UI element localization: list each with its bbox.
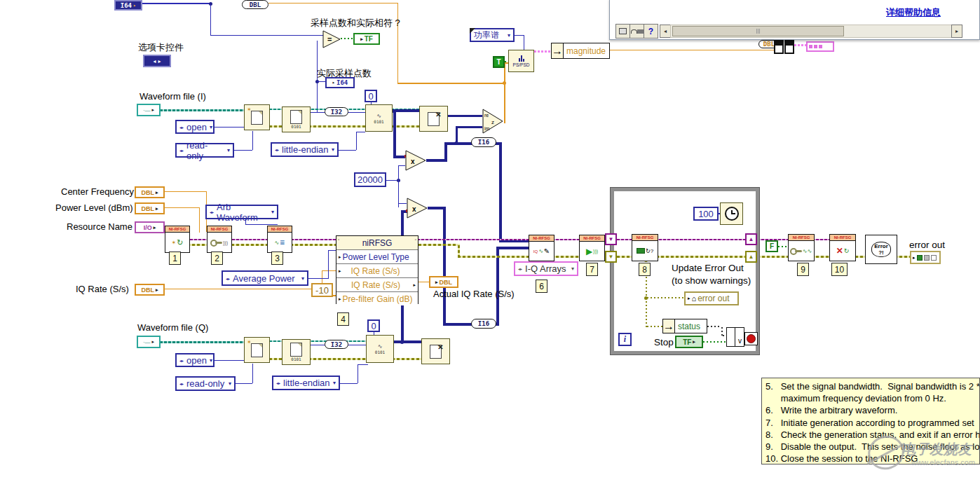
help-scrollbar-thumb[interactable] <box>672 26 844 36</box>
enum-arrows-icon: ◂▸ <box>210 209 214 214</box>
stop-button-terminal[interactable]: TF▸ <box>675 336 703 348</box>
multiply-node[interactable]: x <box>407 198 428 219</box>
i64-indicator[interactable]: ▸I64 <box>325 77 355 88</box>
help-button[interactable]: ? <box>644 24 658 39</box>
scroll-right-button[interactable]: ▸ <box>951 25 962 38</box>
or-compound-node[interactable]: v <box>726 327 744 347</box>
read-binary-node-i[interactable]: 0101 <box>282 106 311 132</box>
read-only-enum-i[interactable]: ◂▸read-only▾ <box>175 143 234 158</box>
re-im-to-complex-node[interactable]: reimz <box>482 109 503 134</box>
loop-iteration-terminal[interactable]: i <box>618 333 632 346</box>
nirfsg-property-node[interactable]: ▫ niRFSG ▫ ▸Power Level Type ▸IQ Rate (S… <box>336 235 418 304</box>
rfsg-disable-output-node[interactable]: NI-RFSG∿∿ <box>788 234 815 261</box>
ps-psd-node[interactable]: PS/PSD <box>508 50 534 72</box>
power-level-label: Power Level (dBm) <box>55 203 133 214</box>
true-constant[interactable]: T <box>493 56 505 68</box>
waveform-i-path-control[interactable]: ·—▸ <box>137 104 161 116</box>
resource-name-control[interactable]: I/O▸ <box>135 221 165 233</box>
chevron-right-icon: ▸ <box>158 58 161 64</box>
tf-indicator[interactable]: ▸TF <box>353 33 380 45</box>
center-frequency-control[interactable]: DBL▸ <box>135 186 165 198</box>
wire-cluster <box>534 50 551 53</box>
bundle-node[interactable] <box>784 40 794 54</box>
waveform-q-path-control[interactable]: ·—▸ <box>137 336 161 348</box>
wire-iq <box>165 289 322 289</box>
step-number-2: 2 <box>211 252 223 265</box>
read-file-node-q[interactable]: ∿0101 <box>366 335 394 363</box>
read-binary-node-q[interactable]: 0101 <box>282 339 311 365</box>
rfsg-configure-rf-node[interactable]: NI-RFSG))) <box>207 226 232 253</box>
detailed-help-link[interactable]: 详细帮助信息 <box>886 6 941 19</box>
read-file-node-i[interactable]: ∿0101 <box>365 104 393 132</box>
open-enum-q[interactable]: ◂▸open▾ <box>175 353 215 367</box>
property-row-iq-rate-in[interactable]: ▸IQ Rate (S/s) <box>336 263 418 277</box>
simple-error-handler-node[interactable]: Error ?! <box>865 235 897 264</box>
equal-node[interactable]: = <box>322 30 341 48</box>
wire-mult1-out <box>426 159 446 162</box>
dbl-label: DBL <box>763 41 775 48</box>
help-scrollbar-track[interactable] <box>670 25 959 38</box>
status-unbundle-node[interactable]: →status <box>662 319 707 333</box>
wire-mult1-b <box>398 165 405 166</box>
error-out-indicator[interactable]: ▸ <box>910 251 941 264</box>
scroll-left-button[interactable]: ◂ <box>660 25 671 38</box>
power-level-control[interactable]: DBL▸ <box>135 202 165 214</box>
wire-mult1-in <box>393 156 405 158</box>
magnitude-unbundle-node[interactable]: →magnitude <box>551 43 610 59</box>
actual-iq-rate-indicator[interactable]: ▸DBL <box>429 276 458 288</box>
rfsg-write-waveform-node[interactable]: NI-RFSGIQ∿✎ <box>529 235 554 261</box>
iq-arrays-enum[interactable]: ◂▸I-Q Arrays▾ <box>514 261 578 276</box>
power-spectrum-enum[interactable]: 功率谱▾ <box>470 28 515 42</box>
little-endian-enum-q[interactable]: ◂▸little-endian▾ <box>272 376 340 390</box>
cluster-indicator[interactable] <box>806 41 834 52</box>
tab-control[interactable]: ◂▸ <box>143 55 171 67</box>
rfsg-configure-waveform-node[interactable]: NI-RFSG∿≣ <box>267 226 292 253</box>
loop-condition-terminal[interactable] <box>744 332 758 345</box>
neg10-constant[interactable]: -10 <box>311 283 333 297</box>
pin-help-button[interactable] <box>615 24 630 39</box>
rfsg-open-session-node[interactable]: NI-RFSG✶↻ <box>165 226 190 253</box>
iq-rate-control[interactable]: DBL▸ <box>135 284 165 296</box>
average-power-enum[interactable]: ◂▸Average Power▾ <box>222 270 308 286</box>
wire-samples-right <box>210 35 323 36</box>
file-icon <box>290 110 302 124</box>
i32-label: I32 <box>331 341 342 348</box>
property-row-iq-rate-out[interactable]: IQ Rate (S/s)▸ <box>336 277 418 291</box>
i64-control[interactable]: I64▸ <box>114 0 142 11</box>
arb-waveform-enum[interactable]: ◂▸Arb Waveform▾ <box>205 205 278 219</box>
open-file-node-q[interactable]: ✶ <box>244 337 270 363</box>
constant-100[interactable]: 100 <box>693 207 719 221</box>
close-icon: ✕ <box>435 111 441 118</box>
wire-f-const <box>778 246 788 247</box>
bundle-node[interactable] <box>774 40 784 54</box>
arrow-icon: ▸ <box>339 296 341 302</box>
close-file-node-i[interactable]: ✕ <box>419 106 448 132</box>
number-label: 10 <box>835 265 844 275</box>
lock-help-button[interactable] <box>629 24 644 39</box>
property-row-power-level-type[interactable]: ▸Power Level Type <box>336 249 418 263</box>
loop-tunnel-session-out: ▲ <box>745 233 757 245</box>
i16-tag: I16 <box>471 137 496 147</box>
little-endian-enum-i[interactable]: ◂▸little-endian▾ <box>271 142 339 157</box>
constant-20000[interactable]: 20000 <box>354 172 386 187</box>
comment-line: 5. Set the signal bandwidth. Signal band… <box>765 380 979 392</box>
open-file-node-i[interactable]: ✶ <box>244 104 270 130</box>
wire-spectrum-down <box>524 35 524 50</box>
zero-constant-q[interactable]: 0 <box>367 319 380 332</box>
close-icon: ✕ <box>437 343 443 351</box>
zero-constant-i[interactable]: 0 <box>365 90 377 102</box>
error-out-local-variable[interactable]: ▸⌂error out <box>684 291 739 305</box>
wait-ms-node[interactable] <box>720 202 743 225</box>
rfsg-initiate-node[interactable]: NI-RFSG▶))) <box>579 235 605 261</box>
read-only-enum-q[interactable]: ◂▸read-only▾ <box>175 376 236 391</box>
arrow-right-icon: → <box>663 319 675 333</box>
property-row-prefilter-gain[interactable]: ▸Pre-filter Gain (dB) <box>336 291 418 305</box>
rfsg-close-session-node[interactable]: NI-RFSG✕↻ <box>829 234 856 261</box>
arrow-right-icon: → <box>552 43 564 58</box>
false-constant[interactable]: F <box>765 240 778 252</box>
multiply-node[interactable]: x <box>405 150 426 171</box>
close-file-node-q[interactable]: ✕ <box>421 338 450 364</box>
wire-mult2-t <box>398 203 407 204</box>
rfsg-check-status-node[interactable]: NI-RFSG↻? <box>632 234 658 261</box>
open-enum-i[interactable]: ◂▸open▾ <box>175 120 215 134</box>
